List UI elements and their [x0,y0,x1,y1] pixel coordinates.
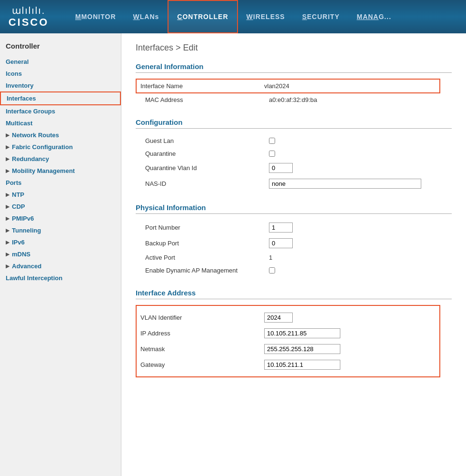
section-configuration: Configuration Guest Lan Quarantine Quara… [136,118,452,192]
arrow-icon: ▶ [6,156,10,162]
arrow-icon: ▶ [6,168,10,173]
sidebar-label-pmipv6: PMIPv6 [12,215,34,222]
top-navigation: աlılılı. CISCO MMONITOR WLANs CONTROLLER… [0,0,466,33]
active-port-row: Active Port 1 [145,251,452,264]
sidebar-label-lawful-interception: Lawful Interception [6,274,62,282]
nav-wireless[interactable]: WIRELESS [238,0,294,33]
sidebar-label-inventory: Inventory [6,82,34,89]
main-content: Interfaces > Edit General Information In… [121,33,466,476]
nav-controller[interactable]: CONTROLLER [168,0,238,33]
backup-port-input[interactable] [269,238,293,248]
sidebar-label-ntp: NTP [12,191,24,198]
page-title: Interfaces > Edit [136,43,452,53]
port-number-input[interactable] [269,223,293,233]
quarantine-label: Quarantine [145,150,269,157]
ip-address-row: IP Address [140,325,436,341]
sidebar-item-fabric-configuration[interactable]: ▶ Fabric Configuration [0,141,121,153]
sidebar-item-advanced[interactable]: ▶ Advanced [0,260,121,272]
enable-dynamic-ap-label: Enable Dynamic AP Management [145,267,269,274]
sidebar-item-network-routes[interactable]: ▶ Network Routes [0,129,121,141]
gateway-input[interactable] [264,360,340,370]
backup-port-label: Backup Port [145,240,269,247]
sidebar-item-mdns[interactable]: ▶ mDNS [0,248,121,260]
arrow-icon: ▶ [6,192,10,197]
guest-lan-checkbox[interactable] [269,138,275,144]
nav-wlans[interactable]: WLANs [125,0,168,33]
cisco-logo-icon: աlılılı. [12,5,46,16]
vlan-id-input[interactable] [264,313,293,323]
netmask-input[interactable] [264,344,340,354]
sidebar-label-icons: Icons [6,70,22,77]
sidebar-item-cdp[interactable]: ▶ CDP [0,201,121,213]
sidebar-label-mdns: mDNS [12,251,30,258]
quarantine-vlan-id-input[interactable] [269,163,293,173]
section-title-general-information: General Information [136,62,452,73]
quarantine-vlan-id-label: Quarantine Vlan Id [145,164,269,172]
section-title-interface-address: Interface Address [136,289,452,299]
active-port-value: 1 [269,254,272,261]
sidebar-label-mobility-management: Mobility Management [12,167,75,174]
sidebar-item-multicast[interactable]: Multicast [0,117,121,129]
ip-address-input[interactable] [264,328,340,338]
section-physical-information: Physical Information Port Number Backup … [136,203,452,277]
interface-address-box: VLAN Identifier IP Address Netmask Gatew… [136,305,440,377]
nav-items: MMONITOR WLANs CONTROLLER WIRELESS SECUR… [67,0,400,33]
sidebar-title: Controller [0,38,121,56]
arrow-icon: ▶ [6,216,10,221]
sidebar-item-redundancy[interactable]: ▶ Redundancy [0,153,121,165]
sidebar-item-inventory[interactable]: Inventory [0,80,121,91]
main-layout: Controller General Icons Inventory Inter… [0,33,466,476]
nav-security[interactable]: SECURITY [294,0,348,33]
interface-name-label: Interface Name [140,82,264,90]
nav-monitor[interactable]: MMONITOR [67,0,125,33]
sidebar-label-ipv6: IPv6 [12,239,25,246]
sidebar-item-ipv6[interactable]: ▶ IPv6 [0,236,121,248]
quarantine-vlan-id-row: Quarantine Vlan Id [145,160,452,176]
port-number-label: Port Number [145,224,269,231]
sidebar-item-interface-groups[interactable]: Interface Groups [0,105,121,117]
guest-lan-label: Guest Lan [145,137,269,144]
sidebar-label-redundancy: Redundancy [12,155,49,162]
sidebar-label-cdp: CDP [12,203,25,210]
sidebar-item-pmipv6[interactable]: ▶ PMIPv6 [0,213,121,224]
vlan-id-label: VLAN Identifier [140,314,264,321]
nas-id-row: NAS-ID [145,176,452,192]
nav-manage[interactable]: MANAG... [348,0,400,33]
interface-name-row: Interface Name vlan2024 [136,79,440,93]
sidebar-label-fabric-configuration: Fabric Configuration [12,143,73,151]
sidebar-item-mobility-management[interactable]: ▶ Mobility Management [0,165,121,177]
sidebar: Controller General Icons Inventory Inter… [0,33,121,476]
ip-address-label: IP Address [140,330,264,337]
logo-area: աlılılı. CISCO [5,5,52,29]
arrow-icon: ▶ [6,252,10,257]
port-number-row: Port Number [145,220,452,235]
netmask-row: Netmask [140,341,436,357]
nas-id-label: NAS-ID [145,180,269,187]
quarantine-checkbox[interactable] [269,151,275,157]
sidebar-item-interfaces[interactable]: Interfaces [0,91,121,105]
sidebar-item-ntp[interactable]: ▶ NTP [0,189,121,201]
quarantine-row: Quarantine [145,147,452,160]
sidebar-item-icons[interactable]: Icons [0,68,121,80]
section-title-physical-information: Physical Information [136,203,452,214]
mac-address-value: a0:e0:af:32:d9:ba [269,96,317,103]
interface-name-value: vlan2024 [264,82,289,90]
sidebar-item-tunneling[interactable]: ▶ Tunneling [0,224,121,236]
cisco-logo-text: CISCO [9,16,49,29]
sidebar-label-interface-groups: Interface Groups [6,108,55,115]
arrow-icon: ▶ [6,240,10,245]
arrow-icon: ▶ [6,263,10,269]
sidebar-item-general[interactable]: General [0,56,121,68]
arrow-icon: ▶ [6,228,10,233]
enable-dynamic-ap-checkbox[interactable] [269,267,275,273]
mac-address-row: MAC Address a0:e0:af:32:d9:ba [145,93,452,106]
sidebar-label-advanced: Advanced [12,263,41,270]
sidebar-item-ports[interactable]: Ports [0,177,121,189]
sidebar-label-tunneling: Tunneling [12,227,41,234]
vlan-id-row: VLAN Identifier [140,310,436,325]
nas-id-input[interactable] [269,179,421,189]
sidebar-item-lawful-interception[interactable]: Lawful Interception [0,272,121,284]
section-interface-address: Interface Address VLAN Identifier IP Add… [136,289,452,377]
section-general-information: General Information Interface Name vlan2… [136,62,452,106]
sidebar-label-ports: Ports [6,179,21,186]
